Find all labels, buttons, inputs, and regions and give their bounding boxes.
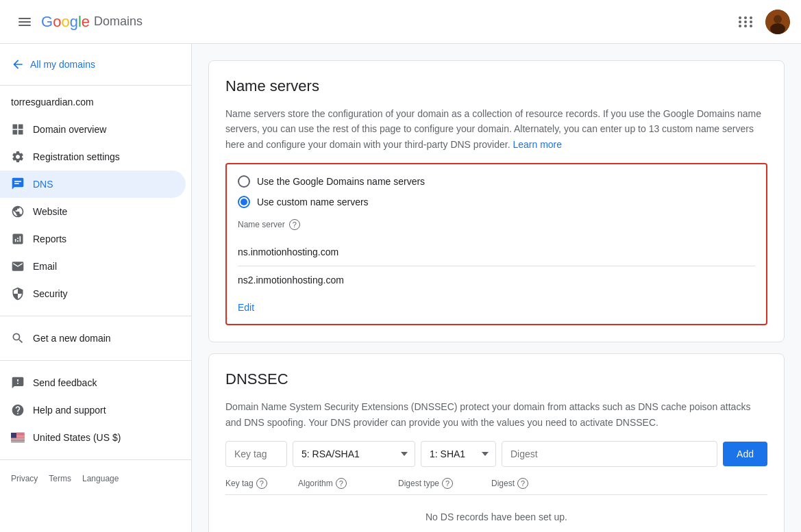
- algorithm-col-header: Algorithm ?: [298, 478, 387, 489]
- flag-icon: [11, 431, 25, 444]
- sidebar-item-label: Security: [33, 288, 175, 299]
- name-servers-description: Name servers store the configuration of …: [225, 106, 767, 152]
- digest-help-icon[interactable]: ?: [517, 478, 528, 489]
- logo-domains: Domains: [94, 14, 143, 29]
- algorithm-help-icon[interactable]: ?: [336, 478, 347, 489]
- name-server-column-label: Name server ?: [238, 219, 755, 230]
- add-dnssec-button[interactable]: Add: [723, 442, 767, 466]
- dnssec-form: 5: RSA/SHA17: RSA/SHA1-NSEC38: RSA/SHA25…: [225, 441, 767, 467]
- ns-entry-1: ns.inmotionhosting.com: [238, 238, 755, 266]
- back-to-domains[interactable]: All my domains: [0, 49, 191, 79]
- dnssec-description: Domain Name System Security Extensions (…: [225, 399, 767, 430]
- sidebar-item-get-new-domain[interactable]: Get a new domain: [0, 325, 186, 352]
- sidebar-item-send-feedback[interactable]: Send feedback: [0, 369, 186, 396]
- learn-more-link[interactable]: Learn more: [513, 139, 562, 150]
- sidebar-item-dns[interactable]: DNS: [0, 170, 186, 198]
- sidebar-item-label: Reports: [33, 233, 175, 244]
- radio-label-google: Use the Google Domains name servers: [257, 176, 425, 187]
- apps-icon[interactable]: [732, 8, 760, 36]
- dnssec-table-header: Key tag ? Algorithm ? Digest type ? Dige…: [225, 478, 767, 495]
- svg-rect-13: [11, 433, 16, 438]
- main-content: Name servers Name servers store the conf…: [192, 44, 801, 532]
- ns-entry-2: ns2.inmotionhosting.com: [238, 266, 755, 294]
- sidebar-item-label: Registration settings: [33, 151, 175, 162]
- privacy-link[interactable]: Privacy: [11, 474, 38, 483]
- sidebar-divider-bottom: [0, 459, 191, 460]
- dnssec-title: DNSSEC: [225, 370, 767, 388]
- logo-google: Google: [41, 13, 90, 31]
- name-servers-box: Use the Google Domains name servers Use …: [225, 163, 767, 325]
- sidebar-item-label: Get a new domain: [33, 333, 175, 344]
- name-servers-card: Name servers Name servers store the conf…: [208, 60, 785, 342]
- radio-label-custom: Use custom name servers: [257, 197, 369, 207]
- svg-point-5: [770, 23, 785, 34]
- svg-rect-1: [19, 21, 31, 23]
- sidebar-item-label: Send feedback: [33, 377, 175, 388]
- sidebar-item-label: Domain overview: [33, 124, 175, 135]
- edit-name-servers-link[interactable]: Edit: [238, 302, 254, 313]
- key-tag-help-icon[interactable]: ?: [256, 478, 267, 489]
- sidebar-item-label: Email: [33, 261, 175, 272]
- digest-type-col-header: Digest type ?: [398, 478, 480, 489]
- sidebar-item-registration-settings[interactable]: Registration settings: [0, 143, 186, 170]
- sidebar-item-email[interactable]: Email: [0, 253, 186, 280]
- reports-icon: [11, 232, 25, 246]
- no-records-message: No DS records have been set up.: [225, 495, 767, 532]
- name-server-help-icon[interactable]: ?: [289, 219, 300, 230]
- svg-rect-10: [11, 438, 25, 439]
- sidebar-item-help-support[interactable]: Help and support: [0, 396, 186, 424]
- menu-icon[interactable]: [11, 8, 38, 36]
- user-avatar[interactable]: [765, 10, 790, 34]
- name-server-radio-group: Use the Google Domains name servers Use …: [238, 175, 755, 208]
- language-link[interactable]: Language: [82, 474, 119, 483]
- radio-circle-google: [238, 175, 250, 188]
- sidebar-item-domain-overview[interactable]: Domain overview: [0, 116, 186, 143]
- sidebar-divider-top: [0, 85, 191, 86]
- app-logo: Google Domains: [41, 13, 143, 31]
- digest-type-help-icon[interactable]: ?: [442, 478, 453, 489]
- website-icon: [11, 205, 25, 218]
- radio-google-ns[interactable]: Use the Google Domains name servers: [238, 175, 755, 188]
- email-icon: [11, 259, 25, 273]
- terms-link[interactable]: Terms: [49, 474, 71, 483]
- feedback-icon: [11, 376, 25, 390]
- dns-icon: [11, 177, 25, 191]
- algorithm-select[interactable]: 5: RSA/SHA17: RSA/SHA1-NSEC38: RSA/SHA25…: [293, 441, 415, 467]
- svg-rect-11: [11, 440, 25, 440]
- sidebar-item-website[interactable]: Website: [0, 198, 186, 225]
- back-label: All my domains: [30, 59, 95, 70]
- sidebar-item-label: United States (US $): [33, 432, 175, 443]
- key-tag-col-header: Key tag ?: [225, 478, 287, 489]
- search-icon: [11, 331, 25, 345]
- sidebar-item-label: Website: [33, 206, 175, 217]
- svg-rect-0: [19, 18, 31, 19]
- settings-icon: [11, 150, 25, 164]
- svg-rect-12: [11, 441, 25, 442]
- sidebar: All my domains torresguardian.com Domain…: [0, 44, 192, 532]
- sidebar-domain-name: torresguardian.com: [0, 91, 191, 116]
- sidebar-item-language[interactable]: United States (US $): [0, 424, 186, 451]
- radio-circle-custom: [238, 196, 250, 208]
- digest-input[interactable]: [502, 441, 717, 467]
- sidebar-item-label: DNS: [33, 179, 175, 190]
- svg-rect-2: [19, 25, 31, 26]
- name-servers-title: Name servers: [225, 77, 767, 95]
- sidebar-item-security[interactable]: Security: [0, 280, 186, 307]
- dnssec-card: DNSSEC Domain Name System Security Exten…: [208, 353, 785, 532]
- sidebar-divider-middle: [0, 316, 191, 316]
- key-tag-input[interactable]: [225, 441, 287, 467]
- svg-point-4: [774, 15, 782, 23]
- digest-col-header: Digest ?: [491, 478, 767, 489]
- security-icon: [11, 287, 25, 301]
- sidebar-item-label: Help and support: [33, 405, 175, 416]
- grid-icon: [11, 123, 25, 136]
- main-layout: All my domains torresguardian.com Domain…: [0, 44, 801, 532]
- sidebar-divider-footer: [0, 360, 191, 361]
- digest-type-select[interactable]: 1: SHA12: SHA256: [421, 441, 496, 467]
- radio-custom-ns[interactable]: Use custom name servers: [238, 196, 755, 208]
- help-icon: [11, 403, 25, 417]
- sidebar-item-reports[interactable]: Reports: [0, 225, 186, 253]
- app-header: Google Domains: [0, 0, 801, 44]
